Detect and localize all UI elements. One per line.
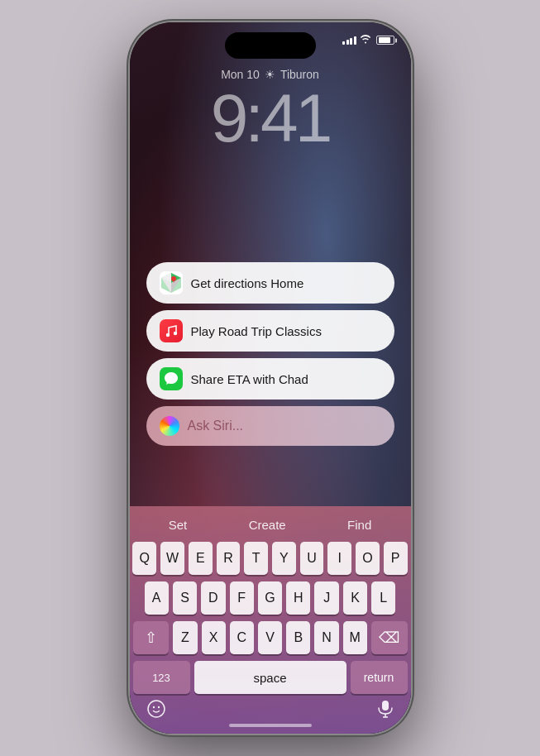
weather-icon: ☀ [265, 68, 275, 81]
return-key[interactable]: return [351, 661, 408, 694]
date-weather-row: Mon 10 ☀ Tiburon [130, 68, 411, 81]
key-c[interactable]: C [230, 621, 254, 654]
key-q[interactable]: Q [132, 542, 156, 575]
key-p[interactable]: P [384, 542, 408, 575]
key-h[interactable]: H [286, 581, 310, 615]
phone-frame: Mon 10 ☀ Tiburon 9:41 Get directi [130, 22, 411, 734]
suggestion-directions-label: Get directions Home [191, 276, 304, 290]
key-n[interactable]: N [314, 621, 338, 654]
key-i[interactable]: I [327, 542, 351, 575]
key-m[interactable]: M [343, 621, 367, 654]
battery-icon [376, 36, 394, 45]
signal-icon [342, 36, 356, 45]
suggestion-messages-label: Share ETA with Chad [191, 372, 308, 386]
siri-orb-icon [160, 416, 179, 436]
siri-placeholder: Ask Siri... [188, 419, 244, 433]
key-u[interactable]: U [300, 542, 324, 575]
suggestion-messages[interactable]: Share ETA with Chad [146, 358, 394, 400]
key-r[interactable]: R [217, 542, 241, 575]
messages-icon [160, 367, 183, 390]
pred-word-set[interactable]: Set [152, 514, 204, 535]
key-v[interactable]: V [258, 621, 282, 654]
suggestion-music-label: Play Road Trip Classics [191, 324, 322, 338]
keyboard-row-1: Q W E R T Y U I O P [133, 542, 408, 575]
space-key[interactable]: space [194, 661, 346, 694]
pred-word-find[interactable]: Find [331, 514, 388, 535]
suggestion-directions[interactable]: Get directions Home [146, 262, 394, 304]
key-g[interactable]: G [258, 581, 282, 615]
keyboard-row-2: A S D F G H J K L [133, 581, 408, 615]
wifi-icon [360, 34, 371, 46]
bottom-bar [130, 694, 411, 725]
key-b[interactable]: B [286, 621, 310, 654]
siri-input-row[interactable]: Ask Siri... [146, 406, 394, 446]
key-x[interactable]: X [202, 621, 226, 654]
key-k[interactable]: K [343, 581, 367, 615]
dynamic-island [225, 32, 316, 59]
predictive-bar: Set Create Find [130, 511, 411, 542]
svg-point-8 [173, 332, 176, 335]
suggestion-music[interactable]: Play Road Trip Classics [146, 310, 394, 352]
location-text: Tiburon [280, 68, 319, 81]
key-j[interactable]: J [314, 581, 338, 615]
key-a[interactable]: A [145, 581, 169, 615]
key-s[interactable]: S [173, 581, 197, 615]
status-right [342, 34, 394, 46]
suggestions-area: Get directions Home Play Road Trip Class… [146, 262, 394, 446]
key-f[interactable]: F [230, 581, 254, 615]
keyboard-row-3: ⇧ Z X C V B N M ⌫ [133, 621, 408, 654]
home-indicator[interactable] [229, 724, 312, 727]
date-text: Mon 10 [221, 68, 260, 81]
shift-key[interactable]: ⇧ [133, 621, 170, 654]
keyboard-area: Set Create Find Q W E R T Y U I O P A S [130, 506, 411, 734]
key-y[interactable]: Y [272, 542, 296, 575]
key-123[interactable]: 123 [133, 661, 190, 694]
key-d[interactable]: D [201, 581, 225, 615]
delete-key[interactable]: ⌫ [371, 621, 408, 654]
svg-rect-12 [382, 701, 389, 711]
microphone-button[interactable] [376, 700, 394, 723]
keyboard-row-4: 123 space return [133, 661, 408, 694]
time-display: 9:41 [130, 84, 411, 152]
key-rows: Q W E R T Y U I O P A S D F G H J K [130, 542, 411, 694]
emoji-button[interactable] [146, 699, 166, 724]
pred-word-create[interactable]: Create [232, 514, 303, 535]
svg-point-7 [165, 333, 169, 337]
key-l[interactable]: L [371, 581, 395, 615]
key-w[interactable]: W [160, 542, 184, 575]
maps-icon [160, 271, 183, 294]
music-icon [160, 319, 183, 342]
key-z[interactable]: Z [173, 621, 197, 654]
svg-point-11 [157, 706, 159, 708]
key-o[interactable]: O [356, 542, 380, 575]
key-t[interactable]: T [244, 542, 268, 575]
clock-area: Mon 10 ☀ Tiburon 9:41 [130, 68, 411, 152]
key-e[interactable]: E [189, 542, 213, 575]
svg-point-9 [148, 701, 165, 717]
svg-point-10 [152, 706, 154, 708]
